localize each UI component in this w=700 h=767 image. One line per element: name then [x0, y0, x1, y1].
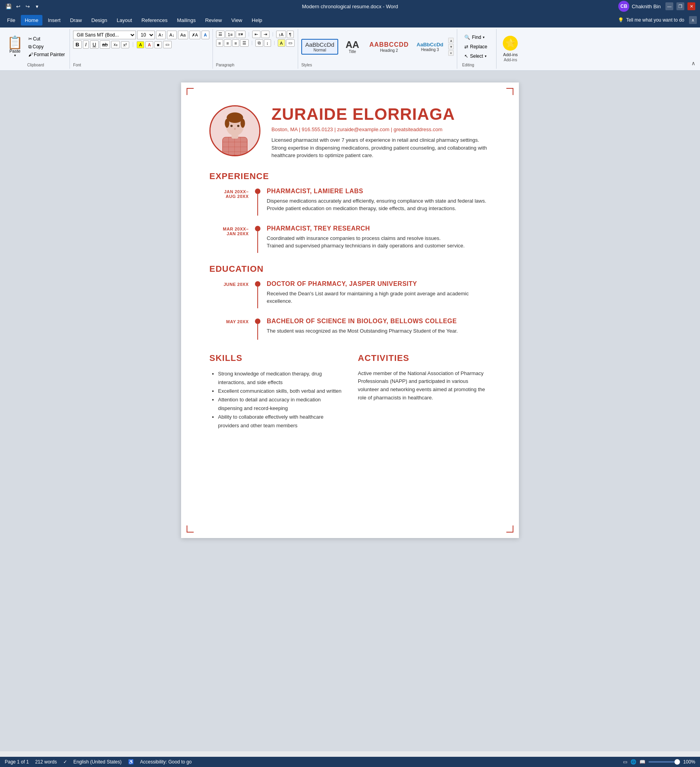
ribbon: 📋 Paste ▾ ✂ Cut ⧉ Copy 🖌 Format Painter	[0, 27, 700, 71]
menu-home[interactable]: Home	[21, 15, 42, 26]
accessibility-icon: ♿	[128, 759, 134, 765]
styles-scroll-btns: ▲ ▼ ▾	[448, 38, 454, 56]
copy-icon: ⧉	[28, 44, 32, 49]
bold-btn[interactable]: B	[73, 40, 81, 49]
paintbrush-icon: 🖌	[28, 52, 33, 57]
menu-mailings[interactable]: Mailings	[173, 15, 200, 26]
select-button[interactable]: ↖ Select ▾	[462, 52, 491, 60]
bullets-btn[interactable]: ☰	[216, 31, 225, 38]
undo-btn[interactable]: ↩	[14, 2, 22, 10]
restore-btn[interactable]: ❐	[676, 2, 684, 10]
timeline-dot-2	[255, 226, 260, 231]
experience-item-2: MAR 20XX–JAN 20XX PHARMACIST, TREY RESEA…	[209, 225, 491, 253]
shading-btn[interactable]: A	[278, 39, 285, 47]
font-size-select[interactable]: 10	[137, 31, 155, 39]
close-btn[interactable]: ✕	[687, 2, 695, 10]
paste-button[interactable]: 📋 Paste ▾	[5, 31, 25, 63]
timeline-dot-1	[255, 189, 260, 194]
style-h2-btn[interactable]: AABBCCDD Heading 2	[366, 39, 411, 55]
view-read-icon[interactable]: 📖	[640, 759, 645, 765]
styles-scroll-down-btn[interactable]: ▼	[448, 44, 454, 49]
borders-btn[interactable]: ▭	[286, 39, 295, 47]
style-h3-btn[interactable]: AaBbCcDd Heading 3	[414, 40, 446, 54]
font-family-select[interactable]: Gill Sans MT (Bod...	[73, 31, 136, 39]
user-name: Chaknith Bin	[632, 4, 661, 9]
resume-header: ZURAIDE ELORRIAGA Boston, MA | 916.555.0…	[209, 105, 491, 159]
zoom-slider[interactable]	[649, 761, 680, 763]
columns-btn[interactable]: ⧉	[255, 39, 263, 47]
edu1-title: DOCTOR OF PHARMACY, JASPER UNIVERSITY	[267, 280, 491, 287]
font-color-btn[interactable]: A	[145, 41, 153, 48]
char-border-btn[interactable]: ▭	[163, 41, 172, 48]
education-header: EDUCATION	[209, 264, 491, 274]
menu-references[interactable]: References	[137, 15, 171, 26]
view-web-icon[interactable]: 🌐	[630, 759, 636, 765]
align-left-btn[interactable]: ≡	[216, 39, 223, 47]
decrease-indent-btn[interactable]: ⇤	[252, 31, 260, 38]
editing-btns: 🔍 Find ▾ ⇄ Replace ↖ Select ▾	[462, 31, 491, 63]
ribbon-collapse-up-btn[interactable]: ∧	[690, 59, 697, 68]
menu-insert[interactable]: Insert	[44, 15, 65, 26]
increase-indent-btn[interactable]: ⇥	[261, 31, 269, 38]
replace-button[interactable]: ⇄ Replace	[462, 43, 491, 51]
paragraph-group-label: Paragraph	[216, 63, 295, 67]
copy-button[interactable]: ⧉ Copy	[27, 43, 66, 50]
minimize-btn[interactable]: —	[665, 2, 673, 10]
sort-btn[interactable]: ↕A	[276, 31, 286, 38]
word-count: 212 words	[35, 759, 57, 765]
styles-scroll-up-btn[interactable]: ▲	[448, 38, 454, 43]
save-btn[interactable]: 💾	[5, 2, 13, 10]
main-content-area: ZURAIDE ELORRIAGA Boston, MA | 916.555.0…	[0, 71, 700, 751]
tell-me-btn[interactable]: 💡 Tell me what you want to do	[618, 17, 684, 23]
format-painter-button[interactable]: 🖌 Format Painter	[27, 51, 66, 58]
text-highlight-btn[interactable]: A	[137, 41, 144, 48]
experience-item-1: JAN 20XX–AUG 20XX PHARMACIST, LAMIERE LA…	[209, 188, 491, 216]
char-shading-btn[interactable]: ■	[154, 41, 162, 48]
edu2-desc: The student was recognized as the Most O…	[267, 327, 491, 335]
subscript-btn[interactable]: x₂	[111, 41, 120, 48]
superscript-btn[interactable]: x²	[121, 41, 129, 48]
font-size-decrease-btn[interactable]: A↓	[167, 31, 177, 39]
show-hide-btn[interactable]: ¶	[287, 31, 294, 38]
menu-view[interactable]: View	[227, 15, 246, 26]
paste-icon: 📋	[7, 36, 23, 49]
user-avatar[interactable]: CB	[618, 1, 629, 12]
font-size-increase-btn[interactable]: A↑	[156, 31, 166, 39]
line-spacing-btn[interactable]: ↕	[264, 39, 271, 47]
addins-icon[interactable]: ⭐	[503, 36, 518, 51]
find-dropdown-icon: ▾	[483, 35, 485, 39]
italic-btn[interactable]: I	[83, 40, 89, 49]
strikethrough-btn[interactable]: ab	[100, 40, 110, 49]
view-normal-icon[interactable]: ▭	[623, 759, 627, 765]
menu-layout[interactable]: Layout	[113, 15, 136, 26]
align-center-btn[interactable]: ≡	[224, 39, 231, 47]
ribbon-collapse-btn[interactable]: ∧	[689, 16, 697, 24]
timeline-line-4	[257, 324, 258, 340]
menu-review[interactable]: Review	[201, 15, 226, 26]
underline-btn[interactable]: U	[90, 40, 98, 49]
numbering-btn[interactable]: 1≡	[225, 31, 235, 38]
document-page: ZURAIDE ELORRIAGA Boston, MA | 916.555.0…	[181, 82, 519, 538]
find-button[interactable]: 🔍 Find ▾	[462, 33, 491, 41]
style-title-btn[interactable]: AA Title	[341, 38, 364, 56]
align-right-btn[interactable]: ≡	[232, 39, 239, 47]
menu-design[interactable]: Design	[88, 15, 111, 26]
multilevel-btn[interactable]: ≡▾	[236, 31, 245, 38]
menu-file[interactable]: File	[3, 15, 19, 26]
change-case-btn[interactable]: Aa	[178, 31, 188, 39]
cut-button[interactable]: ✂ Cut	[27, 35, 66, 42]
menu-draw[interactable]: Draw	[66, 15, 86, 26]
menu-help[interactable]: Help	[248, 15, 266, 26]
styles-expand-btn[interactable]: ▾	[448, 50, 454, 56]
clear-format-btn[interactable]: ✗A	[189, 31, 200, 39]
justify-btn[interactable]: ☰	[240, 39, 249, 47]
font-name-row: Gill Sans MT (Bod... 10 A↑ A↓ Aa ✗A A	[73, 31, 209, 39]
timeline-line-3	[257, 287, 258, 308]
timeline-dot-4	[255, 319, 260, 324]
editing-group-label: Editing	[462, 63, 491, 67]
edu1-desc: Received the Dean's List award for maint…	[267, 290, 491, 305]
customize-btn[interactable]: ▾	[33, 2, 41, 10]
text-effects-btn[interactable]: A	[202, 31, 209, 39]
style-normal-btn[interactable]: AaBbCcDd Normal	[301, 39, 338, 55]
redo-btn[interactable]: ↪	[24, 2, 31, 10]
